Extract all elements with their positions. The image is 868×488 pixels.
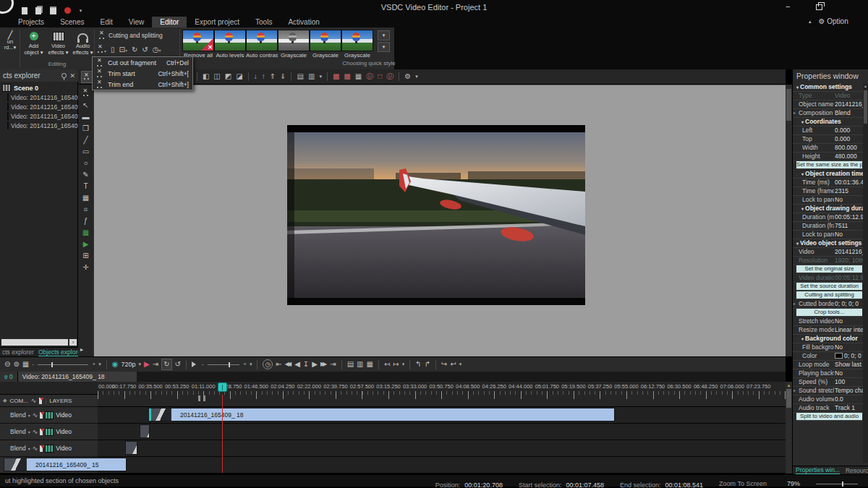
- add-object-button[interactable]: +Addobject ▾: [22, 30, 46, 56]
- go-to-end-icon[interactable]: ⇥: [330, 359, 336, 369]
- quick-style-grayscale[interactable]: Grayscale: [278, 27, 310, 59]
- property-value[interactable]: Tempo cha: [835, 387, 864, 395]
- property-value[interactable]: 0.0: [835, 395, 864, 403]
- wizard-button[interactable]: ╱ unrd...▾: [1, 30, 19, 51]
- property-button-set-the-source-duration[interactable]: Set the source duration: [796, 283, 862, 291]
- settings-gear-icon[interactable]: ⚙: [404, 72, 412, 82]
- mute-state-icon[interactable]: [40, 429, 43, 435]
- snapshot-icon[interactable]: ▦: [22, 359, 29, 369]
- object-tab[interactable]: Video: 20141216_165409_ 18: [17, 372, 137, 382]
- menu-view[interactable]: View: [121, 17, 153, 27]
- frame-view-2-icon[interactable]: ▥: [357, 359, 363, 369]
- property-button-set-the-same-size-as-the-parent[interactable]: Set the same size as the parent: [796, 161, 862, 169]
- canvas-vscrollbar[interactable]: [786, 85, 792, 356]
- property-value[interactable]: No: [835, 196, 864, 204]
- ellipse-tool-icon[interactable]: ○: [83, 159, 88, 167]
- scene-canvas[interactable]: [94, 85, 786, 356]
- fit-width-icon[interactable]: ◩: [224, 72, 232, 82]
- rotate-ccw-icon[interactable]: ↺: [142, 46, 148, 53]
- track-header-3[interactable]: Blend▾∿Video: [0, 440, 98, 457]
- property-value[interactable]: Track 1: [835, 404, 864, 412]
- menu-scenes[interactable]: Scenes: [52, 17, 92, 27]
- timeline-zoom-slider[interactable]: -+: [32, 361, 95, 369]
- next-marker-icon[interactable]: ↦: [393, 359, 399, 369]
- fit-height-icon[interactable]: ◪: [235, 72, 243, 82]
- minimize-button[interactable]: −: [786, 2, 790, 11]
- explorer-hscrollbar[interactable]: [1, 339, 68, 346]
- table-tool-icon[interactable]: ▦: [82, 228, 89, 236]
- playhead-line[interactable]: [222, 395, 223, 473]
- cutting-tool-icon[interactable]: [81, 71, 93, 83]
- counter-tool-icon[interactable]: ⊞: [82, 252, 88, 260]
- zoom-to-screen-button[interactable]: Zoom To Screen: [719, 480, 767, 487]
- property-value[interactable]: Blend: [835, 109, 864, 117]
- explorer-hscroll-arrow[interactable]: ›: [69, 339, 77, 346]
- zoom-chevron-icon[interactable]: ▾: [98, 359, 101, 369]
- quick-style-auto-levels[interactable]: Auto levels: [214, 27, 246, 59]
- cursor-to-position-icon[interactable]: ↧: [303, 359, 309, 369]
- copy-style-icon[interactable]: ▤: [296, 72, 304, 82]
- properties-vscrollbar[interactable]: ▴: [863, 83, 868, 463]
- scene-tree-item[interactable]: Scene 0: [0, 82, 78, 93]
- track-lane-4[interactable]: [98, 457, 786, 474]
- close-icon[interactable]: ✕: [69, 72, 75, 80]
- track-lane-3[interactable]: [98, 440, 786, 457]
- track-header-1[interactable]: Blend▾∿Video: [0, 407, 98, 424]
- timeline-clip-20141216-165409-18[interactable]: 20141216_165409_ 18: [148, 408, 615, 421]
- crop-icon[interactable]: ⊡▾: [119, 46, 127, 53]
- panel-tab-properties-win[interactable]: Properties win...: [796, 466, 840, 474]
- fast-forward-icon[interactable]: ▶▶: [320, 359, 327, 369]
- preview-eye-icon[interactable]: ◉: [112, 359, 119, 369]
- property-value[interactable]: No: [835, 343, 864, 351]
- context-menu-item-trim-end[interactable]: Trim endCtrl+Shift+]: [93, 79, 192, 90]
- property-value[interactable]: 0.000: [835, 127, 864, 134]
- go-to-start-icon[interactable]: ⇤: [276, 359, 281, 369]
- property-value[interactable]: 00:05:12.93: [835, 274, 864, 282]
- mark-out-icon[interactable]: ▩: [343, 72, 351, 82]
- bring-front-icon[interactable]: ⇑: [269, 72, 276, 82]
- blend-chevron-icon[interactable]: ▾: [28, 413, 30, 418]
- video-effects-button[interactable]: Videoeffects ▾: [46, 30, 70, 56]
- previous-frame-icon[interactable]: ◀: [294, 359, 300, 369]
- property-value[interactable]: 2315: [835, 187, 864, 195]
- explorer-video-item[interactable]: Video: 20141216_165409_: [0, 121, 78, 130]
- settings-chevron-icon[interactable]: ▾: [414, 72, 419, 82]
- property-value[interactable]: 0; 0; 0: [835, 352, 864, 360]
- restore-button[interactable]: [816, 4, 822, 10]
- explorer-video-item[interactable]: Video: 20141216_165409_: [0, 111, 78, 121]
- timeline-zoom-slider[interactable]: [816, 481, 858, 487]
- audio-wave-icon[interactable]: ∿: [33, 411, 38, 419]
- property-value[interactable]: Video: [835, 92, 864, 100]
- zoom-out-icon[interactable]: ⊖: [4, 359, 10, 369]
- tooltip-tool-icon[interactable]: ▦: [82, 194, 89, 202]
- quick-style-grayscale[interactable]: Grayscale: [341, 27, 373, 59]
- property-section-object-drawing-duration[interactable]: ▾Object drawing duration: [793, 205, 864, 213]
- property-section-video-object-settings[interactable]: ▾Video object settings: [793, 239, 864, 248]
- apply-style-icon[interactable]: ▥: [307, 72, 315, 82]
- blend-chevron-icon[interactable]: ▾: [28, 429, 30, 435]
- track-header-2[interactable]: Blend▾∿Video: [0, 424, 98, 440]
- mark-in-icon[interactable]: ▩: [332, 72, 340, 82]
- cut-scissors-icon[interactable]: ▾: [97, 45, 106, 54]
- undo-marker-icon[interactable]: Ⓤ: [365, 72, 374, 82]
- quick-style-grayscale[interactable]: Grayscale: [310, 27, 341, 59]
- blend-chevron-icon[interactable]: ▾: [28, 446, 30, 451]
- explorer-tab-objects-explorer[interactable]: Objects explorer: [38, 348, 83, 356]
- loop-icon[interactable]: ↻: [161, 359, 171, 370]
- menu-tools[interactable]: Tools: [247, 17, 280, 27]
- property-button-set-the-original-size[interactable]: Set the original size: [796, 265, 862, 273]
- pin-icon[interactable]: [61, 73, 67, 78]
- slider-thumb[interactable]: [51, 362, 53, 367]
- timeline-cursor[interactable]: [218, 382, 227, 392]
- move-down-icon[interactable]: ↓: [253, 72, 258, 82]
- cut-tool-icon[interactable]: [82, 88, 90, 98]
- property-value[interactable]: 800.000: [835, 144, 864, 152]
- repeat-icon[interactable]: ↺: [175, 359, 181, 369]
- scroll-up-icon[interactable]: ▴: [786, 382, 792, 388]
- video-preview[interactable]: [287, 125, 585, 305]
- property-section-background-color[interactable]: ▾Background color: [793, 335, 864, 343]
- explorer-tab-cts-explorer[interactable]: cts explorer: [2, 348, 34, 356]
- property-button-crop-tools[interactable]: Crop tools...: [796, 309, 862, 317]
- property-value[interactable]: 1920; 1080: [835, 257, 864, 265]
- timeline-clip[interactable]: [125, 441, 137, 455]
